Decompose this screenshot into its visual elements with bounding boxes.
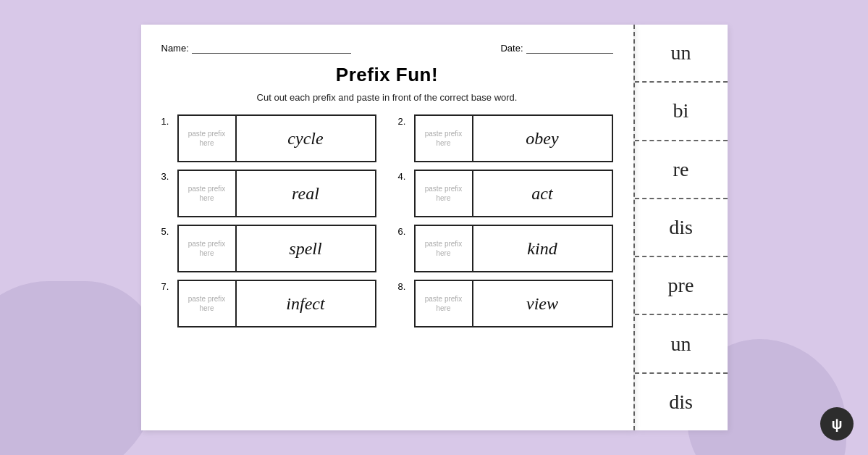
prefix-strip-item[interactable]: re: [635, 141, 728, 199]
item-number: 8.: [398, 281, 410, 327]
prefix-box[interactable]: paste prefix here: [416, 171, 473, 216]
word-boxes: paste prefix hereview: [414, 280, 613, 327]
base-word-box: obey: [473, 116, 612, 161]
prefix-strip-item[interactable]: dis: [635, 374, 728, 430]
date-field: Date:: [500, 42, 612, 54]
item-number: 4.: [398, 171, 410, 217]
item-number: 3.: [161, 171, 173, 217]
word-boxes: paste prefix herereal: [177, 170, 376, 217]
word-item: 4.paste prefix hereact: [398, 170, 613, 217]
base-word-box: kind: [473, 226, 612, 271]
base-word-box: view: [473, 281, 612, 326]
prefix-box[interactable]: paste prefix here: [179, 116, 237, 161]
base-word-box: real: [237, 171, 375, 216]
word-boxes: paste prefix hereinfect: [177, 280, 376, 327]
item-number: 5.: [161, 226, 173, 272]
prefix-box[interactable]: paste prefix here: [416, 116, 473, 161]
prefix-box[interactable]: paste prefix here: [416, 281, 473, 326]
word-boxes: paste prefix herespell: [177, 225, 376, 272]
prefix-placeholder: paste prefix here: [420, 239, 468, 258]
prefix-box[interactable]: paste prefix here: [179, 171, 237, 216]
prefix-box[interactable]: paste prefix here: [416, 226, 473, 271]
base-word-box: cycle: [237, 116, 375, 161]
word-item: 7.paste prefix hereinfect: [161, 280, 376, 327]
base-word: kind: [527, 239, 557, 259]
prefix-placeholder: paste prefix here: [420, 294, 468, 313]
prefix-strip: unbiredispreundis: [633, 25, 728, 430]
base-word: act: [531, 184, 552, 204]
prefix-placeholder: paste prefix here: [420, 129, 468, 148]
base-word-box: spell: [237, 226, 375, 271]
word-boxes: paste prefix herekind: [414, 225, 613, 272]
words-grid: 1.paste prefix herecycle2.paste prefix h…: [161, 114, 613, 327]
word-item: 2.paste prefix hereobey: [398, 114, 613, 162]
page-title: Prefix Fun!: [161, 64, 613, 86]
word-boxes: paste prefix herecycle: [177, 114, 376, 162]
tpt-icon: ψ: [831, 416, 842, 433]
word-item: 8.paste prefix hereview: [398, 280, 613, 327]
prefix-strip-item[interactable]: un: [635, 25, 728, 83]
base-word: obey: [526, 129, 558, 149]
base-word: view: [526, 294, 558, 314]
date-underline[interactable]: [526, 42, 613, 54]
tpt-button[interactable]: ψ: [820, 407, 854, 441]
base-word: infect: [286, 294, 324, 314]
word-item: 6.paste prefix herekind: [398, 225, 613, 272]
name-field: Name:: [161, 42, 351, 54]
item-number: 6.: [398, 226, 410, 272]
prefix-placeholder: paste prefix here: [420, 184, 468, 203]
base-word: cycle: [287, 129, 323, 149]
prefix-strip-item[interactable]: bi: [635, 83, 728, 141]
content-wrapper: Name: Date: Prefix Fun! Cut out each pre…: [141, 25, 728, 430]
prefix-box[interactable]: paste prefix here: [179, 281, 237, 326]
base-word: real: [292, 184, 319, 204]
worksheet: Name: Date: Prefix Fun! Cut out each pre…: [141, 25, 633, 430]
item-number: 1.: [161, 116, 173, 162]
word-item: 3.paste prefix herereal: [161, 170, 376, 217]
blob-decoration-left: [0, 281, 159, 455]
prefix-strip-item[interactable]: un: [635, 315, 728, 373]
prefix-box[interactable]: paste prefix here: [179, 226, 237, 271]
base-word: spell: [289, 239, 321, 259]
word-boxes: paste prefix hereact: [414, 170, 613, 217]
prefix-strip-item[interactable]: pre: [635, 257, 728, 315]
base-word-box: infect: [237, 281, 375, 326]
header-line: Name: Date:: [161, 42, 613, 54]
word-boxes: paste prefix hereobey: [414, 114, 613, 162]
word-item: 1.paste prefix herecycle: [161, 114, 376, 162]
base-word-box: act: [473, 171, 612, 216]
name-label: Name:: [161, 43, 189, 54]
prefix-placeholder: paste prefix here: [183, 129, 231, 148]
prefix-placeholder: paste prefix here: [183, 239, 231, 258]
item-number: 7.: [161, 281, 173, 327]
word-item: 5.paste prefix herespell: [161, 225, 376, 272]
prefix-placeholder: paste prefix here: [183, 184, 231, 203]
date-label: Date:: [500, 43, 523, 54]
item-number: 2.: [398, 116, 410, 162]
instructions: Cut out each prefix and paste in front o…: [161, 92, 613, 103]
prefix-strip-item[interactable]: dis: [635, 199, 728, 257]
name-underline[interactable]: [192, 42, 351, 54]
prefix-placeholder: paste prefix here: [183, 294, 231, 313]
